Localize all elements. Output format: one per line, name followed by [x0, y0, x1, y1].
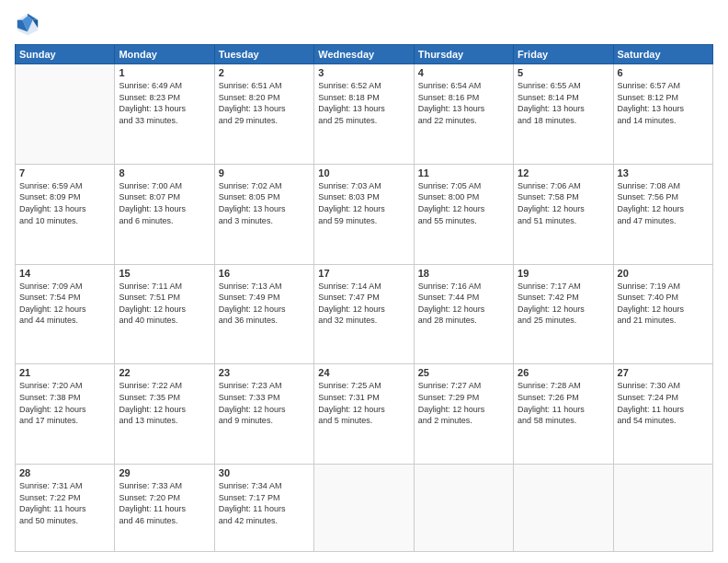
calendar-cell: 16Sunrise: 7:13 AM Sunset: 7:49 PM Dayli…: [214, 264, 313, 364]
day-info: Sunrise: 7:16 AM Sunset: 7:44 PM Dayligh…: [418, 281, 509, 327]
day-info: Sunrise: 7:27 AM Sunset: 7:29 PM Dayligh…: [418, 380, 509, 426]
day-number: 29: [119, 467, 210, 478]
day-number: 10: [318, 167, 409, 178]
day-info: Sunrise: 7:28 AM Sunset: 7:26 PM Dayligh…: [518, 380, 609, 426]
day-number: 20: [618, 268, 709, 279]
day-info: Sunrise: 7:03 AM Sunset: 8:03 PM Dayligh…: [318, 180, 409, 226]
calendar-cell: 10Sunrise: 7:03 AM Sunset: 8:03 PM Dayli…: [314, 164, 414, 264]
calendar-cell: 1Sunrise: 6:49 AM Sunset: 8:23 PM Daylig…: [115, 64, 214, 165]
day-info: Sunrise: 6:49 AM Sunset: 8:23 PM Dayligh…: [119, 80, 210, 126]
calendar-cell: 23Sunrise: 7:23 AM Sunset: 7:33 PM Dayli…: [214, 364, 313, 465]
day-info: Sunrise: 7:17 AM Sunset: 7:42 PM Dayligh…: [518, 281, 609, 327]
day-info: Sunrise: 7:14 AM Sunset: 7:47 PM Dayligh…: [318, 281, 409, 327]
calendar-cell: 25Sunrise: 7:27 AM Sunset: 7:29 PM Dayli…: [414, 364, 513, 465]
day-info: Sunrise: 7:00 AM Sunset: 8:07 PM Dayligh…: [119, 180, 210, 226]
day-number: 8: [119, 167, 210, 178]
logo-icon: [15, 11, 40, 37]
day-number: 12: [518, 167, 609, 178]
day-number: 23: [219, 367, 310, 378]
day-info: Sunrise: 7:31 AM Sunset: 7:22 PM Dayligh…: [19, 480, 110, 526]
day-info: Sunrise: 7:33 AM Sunset: 7:20 PM Dayligh…: [119, 480, 210, 526]
weekday-header-friday: Friday: [514, 45, 613, 64]
day-info: Sunrise: 7:02 AM Sunset: 8:05 PM Dayligh…: [219, 180, 310, 226]
calendar-cell: [314, 465, 414, 552]
day-info: Sunrise: 6:51 AM Sunset: 8:20 PM Dayligh…: [219, 80, 310, 126]
day-info: Sunrise: 7:22 AM Sunset: 7:35 PM Dayligh…: [119, 380, 210, 426]
day-info: Sunrise: 7:08 AM Sunset: 7:56 PM Dayligh…: [618, 180, 709, 226]
weekday-header-saturday: Saturday: [613, 45, 712, 64]
day-info: Sunrise: 6:55 AM Sunset: 8:14 PM Dayligh…: [518, 80, 609, 126]
day-number: 6: [618, 67, 709, 78]
day-info: Sunrise: 7:06 AM Sunset: 7:58 PM Dayligh…: [518, 180, 609, 226]
calendar-cell: 30Sunrise: 7:34 AM Sunset: 7:17 PM Dayli…: [214, 465, 313, 552]
calendar-cell: 4Sunrise: 6:54 AM Sunset: 8:16 PM Daylig…: [414, 64, 513, 165]
calendar-cell: 13Sunrise: 7:08 AM Sunset: 7:56 PM Dayli…: [613, 164, 712, 264]
day-number: 24: [318, 367, 409, 378]
calendar-cell: [613, 465, 712, 552]
day-number: 4: [418, 67, 509, 78]
calendar-cell: 2Sunrise: 6:51 AM Sunset: 8:20 PM Daylig…: [214, 64, 313, 165]
calendar-cell: 22Sunrise: 7:22 AM Sunset: 7:35 PM Dayli…: [115, 364, 214, 465]
day-number: 18: [418, 268, 509, 279]
day-number: 27: [618, 367, 709, 378]
day-number: 13: [618, 167, 709, 178]
logo: [15, 11, 44, 37]
day-number: 15: [119, 268, 210, 279]
calendar-cell: 15Sunrise: 7:11 AM Sunset: 7:51 PM Dayli…: [115, 264, 214, 364]
calendar-cell: 11Sunrise: 7:05 AM Sunset: 8:00 PM Dayli…: [414, 164, 513, 264]
day-number: 11: [418, 167, 509, 178]
day-info: Sunrise: 7:20 AM Sunset: 7:38 PM Dayligh…: [19, 380, 110, 426]
day-number: 16: [219, 268, 310, 279]
day-info: Sunrise: 6:54 AM Sunset: 8:16 PM Dayligh…: [418, 80, 509, 126]
calendar-cell: 20Sunrise: 7:19 AM Sunset: 7:40 PM Dayli…: [613, 264, 712, 364]
day-number: 30: [219, 467, 310, 478]
calendar-cell: 12Sunrise: 7:06 AM Sunset: 7:58 PM Dayli…: [514, 164, 613, 264]
weekday-header-wednesday: Wednesday: [314, 45, 414, 64]
calendar-cell: 27Sunrise: 7:30 AM Sunset: 7:24 PM Dayli…: [613, 364, 712, 465]
calendar-cell: 7Sunrise: 6:59 AM Sunset: 8:09 PM Daylig…: [16, 164, 115, 264]
calendar-cell: 6Sunrise: 6:57 AM Sunset: 8:12 PM Daylig…: [613, 64, 712, 165]
day-number: 26: [518, 367, 609, 378]
calendar-cell: 19Sunrise: 7:17 AM Sunset: 7:42 PM Dayli…: [514, 264, 613, 364]
calendar-cell: [414, 465, 513, 552]
day-info: Sunrise: 7:19 AM Sunset: 7:40 PM Dayligh…: [618, 281, 709, 327]
day-number: 2: [219, 67, 310, 78]
day-info: Sunrise: 6:52 AM Sunset: 8:18 PM Dayligh…: [318, 80, 409, 126]
calendar-cell: 8Sunrise: 7:00 AM Sunset: 8:07 PM Daylig…: [115, 164, 214, 264]
calendar-cell: 21Sunrise: 7:20 AM Sunset: 7:38 PM Dayli…: [16, 364, 115, 465]
day-info: Sunrise: 7:11 AM Sunset: 7:51 PM Dayligh…: [119, 281, 210, 327]
calendar-cell: 24Sunrise: 7:25 AM Sunset: 7:31 PM Dayli…: [314, 364, 414, 465]
weekday-header-monday: Monday: [115, 45, 214, 64]
weekday-header-tuesday: Tuesday: [214, 45, 313, 64]
day-info: Sunrise: 6:59 AM Sunset: 8:09 PM Dayligh…: [19, 180, 110, 226]
calendar-cell: 18Sunrise: 7:16 AM Sunset: 7:44 PM Dayli…: [414, 264, 513, 364]
calendar-cell: 9Sunrise: 7:02 AM Sunset: 8:05 PM Daylig…: [214, 164, 313, 264]
calendar-cell: 28Sunrise: 7:31 AM Sunset: 7:22 PM Dayli…: [16, 465, 115, 552]
day-number: 22: [119, 367, 210, 378]
day-number: 14: [19, 268, 110, 279]
calendar-cell: 26Sunrise: 7:28 AM Sunset: 7:26 PM Dayli…: [514, 364, 613, 465]
weekday-header-thursday: Thursday: [414, 45, 513, 64]
day-number: 1: [119, 67, 210, 78]
day-number: 25: [418, 367, 509, 378]
calendar-cell: [514, 465, 613, 552]
day-info: Sunrise: 6:57 AM Sunset: 8:12 PM Dayligh…: [618, 80, 709, 126]
page: SundayMondayTuesdayWednesdayThursdayFrid…: [0, 0, 728, 563]
day-number: 9: [219, 167, 310, 178]
calendar-cell: 29Sunrise: 7:33 AM Sunset: 7:20 PM Dayli…: [115, 465, 214, 552]
day-number: 7: [19, 167, 110, 178]
calendar-cell: 5Sunrise: 6:55 AM Sunset: 8:14 PM Daylig…: [514, 64, 613, 165]
day-info: Sunrise: 7:34 AM Sunset: 7:17 PM Dayligh…: [219, 480, 310, 526]
day-number: 17: [318, 268, 409, 279]
day-info: Sunrise: 7:05 AM Sunset: 8:00 PM Dayligh…: [418, 180, 509, 226]
calendar-cell: [16, 64, 115, 165]
weekday-header-sunday: Sunday: [16, 45, 115, 64]
day-number: 21: [19, 367, 110, 378]
day-info: Sunrise: 7:09 AM Sunset: 7:54 PM Dayligh…: [19, 281, 110, 327]
day-info: Sunrise: 7:30 AM Sunset: 7:24 PM Dayligh…: [618, 380, 709, 426]
day-number: 19: [518, 268, 609, 279]
day-info: Sunrise: 7:23 AM Sunset: 7:33 PM Dayligh…: [219, 380, 310, 426]
day-number: 3: [318, 67, 409, 78]
calendar-table: SundayMondayTuesdayWednesdayThursdayFrid…: [15, 44, 713, 552]
day-info: Sunrise: 7:13 AM Sunset: 7:49 PM Dayligh…: [219, 281, 310, 327]
